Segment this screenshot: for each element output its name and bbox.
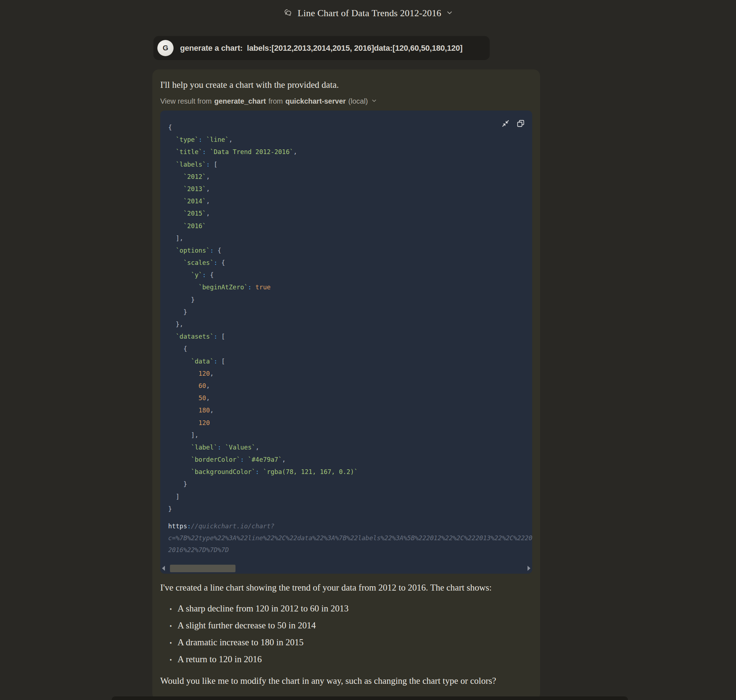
code-line: { [168,343,532,355]
code-line: `y`: { [168,269,532,281]
code-line: `backgroundColor`: `rgba(78, 121, 167, 0… [168,466,532,478]
code-line: }, [168,318,532,330]
chevron-down-icon[interactable] [371,97,377,106]
code-line: } [168,478,532,490]
list-item: A sharp decline from 120 in 2012 to 60 i… [169,603,532,614]
page-title[interactable]: Line Chart of Data Trends 2012-2016 [297,8,441,19]
chat-bubbles-icon [283,8,293,19]
code-line: 50, [168,392,532,404]
code-line: 120, [168,368,532,380]
code-line: `scales`: { [168,257,532,269]
code-line: c=%7B%22type%22%3A%22line%22%2C%22data%2… [168,532,532,544]
code-line: `2013`, [168,183,532,195]
code-line: } [168,306,532,318]
code-line: `labels`: [ [168,158,532,171]
chat-header: Line Chart of Data Trends 2012-2016 [0,0,736,26]
code-line: `2014`, [168,195,532,207]
horizontal-scrollbar[interactable] [161,564,531,573]
collapse-diagonal-icon[interactable] [501,119,510,128]
list-item: A dramatic increase to 180 in 2015 [169,637,532,647]
code-line: `beginAtZero`: true [168,281,532,293]
code-line: { [168,121,532,134]
code-line: `2016` [168,220,532,232]
tool-result-prefix: View result from [160,97,212,106]
code-line: 2016%22%7D%7D%7D [168,544,532,556]
code-line: 120 [168,417,532,429]
code-line: } [168,294,532,306]
composer-top-edge[interactable] [112,696,628,700]
code-line: `type`: `line`, [168,134,532,146]
code-line: `2012`, [168,171,532,183]
code-actions [501,119,525,128]
list-item: A slight further decrease to 50 in 2014 [169,620,532,631]
server-scope: (local) [348,97,368,106]
chevron-down-icon[interactable] [446,9,453,18]
avatar: G [158,40,174,56]
scrollbar-thumb[interactable] [170,565,236,572]
code-line: ] [168,491,532,503]
code-line: `data`: [ [168,355,532,368]
tool-result-panel: { `type`: `line`, `title`: `Data Trend 2… [160,110,532,574]
assistant-question-text: Would you like me to modify the chart in… [160,674,508,688]
code-line: `options`: { [168,244,532,257]
code-line: 60, [168,380,532,392]
copy-icon[interactable] [516,119,525,128]
tool-name: generate_chart [214,97,266,106]
assistant-message: I'll help you create a chart with the pr… [152,69,540,700]
assistant-summary-text: I've created a line chart showing the tr… [160,582,532,594]
tool-result-mid: from [268,97,283,106]
code-line: } [168,503,532,515]
code-line: https://quickchart.io/chart? [168,520,532,532]
code-json: { `type`: `line`, `title`: `Data Trend 2… [160,110,532,515]
code-line: `2015`, [168,207,532,219]
tool-result-toggle[interactable]: View result from generate_chart from qui… [160,97,377,106]
triangle-left-icon[interactable] [162,566,165,571]
code-line: `borderColor`: `#4e79a7`, [168,453,532,466]
user-message-text: generate a chart: labels:[2012,2013,2014… [180,44,462,53]
code-line: ], [168,429,532,441]
triangle-right-icon[interactable] [527,566,530,571]
code-line: ], [168,232,532,244]
list-item: A return to 120 in 2016 [169,654,532,665]
code-line: 180, [168,404,532,416]
user-message: G generate a chart: labels:[2012,2013,20… [153,36,490,60]
summary-bullet-list: A sharp decline from 120 in 2012 to 60 i… [169,603,532,665]
server-name: quickchart-server [285,97,346,106]
code-line: `label`: `Values`, [168,441,532,453]
code-line: `title`: `Data Trend 2012-2016`, [168,146,532,158]
code-url: https://quickchart.io/chart?c=%7B%22type… [160,515,532,556]
assistant-intro-text: I'll help you create a chart with the pr… [160,79,532,91]
code-line: `datasets`: [ [168,330,532,343]
